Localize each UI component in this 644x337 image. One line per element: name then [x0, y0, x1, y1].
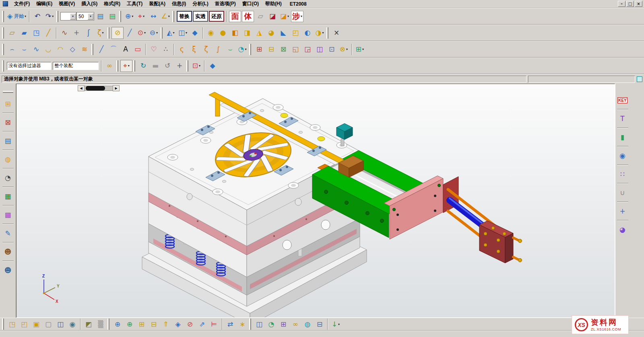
drag-component-icon[interactable]: ↺ — [161, 60, 173, 72]
point-set-icon[interactable]: ∴ — [160, 43, 172, 55]
swept-surface-icon[interactable]: ∿ — [30, 43, 42, 55]
n-sided-surface-icon[interactable]: ◠ — [54, 43, 66, 55]
interpart-link-browser-icon[interactable]: ∞ — [289, 319, 301, 329]
menu-view[interactable]: 视图(V) — [56, 0, 78, 8]
toolbar-grip[interactable] — [186, 60, 188, 72]
line-icon[interactable]: ╱ — [124, 27, 136, 39]
extrude-icon[interactable]: ◭▾ — [165, 27, 177, 39]
offset-face-icon[interactable]: ◲ — [301, 43, 314, 55]
history-palette-icon[interactable]: ◔ — [2, 172, 14, 184]
show-component-icon[interactable]: ▣ — [30, 319, 42, 329]
wave-geometry-linker-icon[interactable]: ⊞▾ — [354, 43, 366, 55]
display-degraded-icon[interactable]: ▒ — [95, 319, 107, 329]
toolbar-grip[interactable] — [2, 44, 4, 55]
section-curve-icon-dropdown-arrow[interactable]: ▾ — [245, 47, 246, 51]
rib-icon[interactable]: ◮ — [253, 27, 265, 39]
delete-face-icon-dropdown-arrow[interactable]: ▾ — [346, 47, 348, 51]
toolbar-grip[interactable] — [107, 319, 109, 330]
start-button-dropdown-arrow[interactable]: ▾ — [25, 14, 26, 18]
sketch-in-task-icon[interactable]: ▰ — [18, 27, 30, 39]
toolbar-grip[interactable] — [56, 11, 58, 22]
interference-button-dropdown-arrow[interactable]: ▾ — [301, 14, 302, 18]
boss-icon[interactable]: ● — [217, 27, 229, 39]
ellipse-icon[interactable]: ⊖▾ — [148, 27, 160, 39]
pan-track[interactable] — [85, 86, 113, 91]
part-navigator-icon[interactable]: ▤ — [2, 135, 14, 147]
snap-point-toggle-dropdown-arrow[interactable]: ▾ — [128, 64, 130, 68]
snap-view-icon-dropdown-arrow[interactable]: ▾ — [143, 14, 144, 18]
pan-thumb[interactable] — [86, 86, 105, 90]
combined-projection-icon[interactable]: ζ — [200, 43, 212, 55]
selection-scope-dropdown[interactable]: 整个装配 — [53, 62, 99, 70]
promote-component-icon[interactable]: ⇑ — [160, 319, 172, 329]
copy-feature-icon[interactable]: ▱ — [254, 10, 266, 23]
snap-view-icon[interactable]: ⌖▾ — [135, 10, 147, 23]
rectangle-select-toggle[interactable]: ⊡▾ — [190, 60, 202, 72]
visualization-palette-icon[interactable]: ▩ — [2, 209, 14, 221]
split-body-icon-dropdown-arrow[interactable]: ▾ — [322, 31, 324, 35]
toolbar-grip[interactable] — [119, 11, 121, 22]
section-view-icon[interactable]: ◩ — [83, 319, 95, 329]
view-pan-scrollbar[interactable]: ◀ ▶ — [78, 85, 120, 91]
reuse-library-icon[interactable]: ◍ — [2, 153, 14, 165]
close-button[interactable]: × — [635, 1, 642, 7]
arc-circle-icon-dropdown-arrow[interactable]: ▾ — [144, 31, 146, 35]
orient-view-icon[interactable]: ⊕▾ — [123, 10, 135, 23]
extrude-icon-dropdown-arrow[interactable]: ▾ — [173, 31, 175, 35]
wave-mode-icon[interactable]: ◍ — [301, 319, 314, 329]
snap-point-toggle[interactable]: ⌖▾ — [120, 60, 132, 72]
redo-button[interactable]: ↷▾ — [43, 10, 56, 23]
replace-component-icon[interactable]: ⇄ — [224, 319, 236, 329]
true-shading-button[interactable]: 实透 — [193, 11, 208, 22]
point-icon[interactable]: + — [70, 27, 83, 39]
toolbar-grip[interactable] — [2, 60, 4, 72]
orient-view-icon-dropdown-arrow[interactable]: ▾ — [132, 14, 133, 18]
graphics-window[interactable]: ◀ ▶ — [16, 84, 615, 318]
delete-face-icon[interactable]: ⊗▾ — [338, 43, 350, 55]
menu-preferences[interactable]: 首选项(P) — [212, 0, 239, 8]
datum-axis-icon[interactable]: ╱ — [42, 27, 54, 39]
datum-plane-icon[interactable]: ◳ — [30, 27, 42, 39]
menu-analysis[interactable]: 分析(L) — [189, 0, 211, 8]
cylinder-palette-icon[interactable]: ▮ — [617, 131, 629, 143]
toolbar-grip[interactable] — [133, 60, 135, 72]
studio-spline-icon[interactable]: ʃ — [83, 27, 95, 39]
helix-icon-dropdown-arrow[interactable]: ▾ — [102, 31, 104, 35]
sketch-curve-icon[interactable]: ⊘ — [111, 27, 124, 39]
trim-body-icon[interactable]: ◐ — [301, 27, 314, 39]
rotate-view-icon[interactable]: ↻ — [137, 60, 149, 72]
ellipse-icon-dropdown-arrow[interactable]: ▾ — [156, 31, 158, 35]
explode-assembly-icon[interactable]: ∗ — [236, 319, 248, 329]
work-layer-combo-dropdown-arrow[interactable]: ▾ — [88, 13, 93, 20]
text-tool-icon[interactable]: A — [120, 43, 132, 55]
section-curve-icon[interactable]: ◔▾ — [236, 43, 248, 55]
add-component-icon[interactable]: ⊕ — [111, 319, 124, 329]
sequence-icon[interactable]: ◔ — [265, 319, 277, 329]
toolbar-grip[interactable] — [116, 60, 118, 72]
extract-geometry-icon[interactable]: ⊞ — [253, 43, 265, 55]
pad-icon[interactable]: ◨ — [241, 27, 253, 39]
shell-icon[interactable]: ◰ — [289, 27, 301, 39]
measure-distance-icon[interactable]: ↔ — [147, 10, 159, 23]
revolve-icon[interactable]: ◫▾ — [177, 27, 189, 39]
menu-edit[interactable]: 编辑(E) — [33, 0, 56, 8]
hide-component-icon[interactable]: ▢ — [42, 319, 54, 329]
materials-palette-icon[interactable]: ✎ — [2, 227, 14, 239]
tooling-palette-icon[interactable]: ◉ — [617, 150, 629, 162]
preview-component-icon[interactable]: ◉ — [66, 319, 78, 329]
spreadsheet-icon[interactable]: ▦ — [2, 190, 14, 202]
system-palette-icon[interactable]: ☻ — [2, 264, 14, 276]
replace-button[interactable]: 替换 — [177, 11, 192, 22]
suppress-component-icon[interactable]: ⊘ — [184, 319, 196, 329]
assembly-constraints-icon[interactable]: ⊨ — [208, 319, 220, 329]
undo-button[interactable]: ↶ — [31, 10, 43, 23]
toolbar-grip[interactable] — [107, 27, 109, 39]
mirror-assembly-icon[interactable]: ◈ — [172, 319, 184, 329]
menu-window[interactable]: 窗口(O) — [239, 0, 262, 8]
wrap-curve-icon[interactable]: ∫ — [212, 43, 224, 55]
move-face-icon[interactable]: ◱ — [289, 43, 301, 55]
layer-visibility-icon[interactable]: ▤ — [106, 10, 118, 23]
key-palette-button[interactable]: KEY — [617, 94, 629, 106]
bridge-curve-icon[interactable]: ⌣ — [224, 43, 236, 55]
reference-sets-icon[interactable]: ⊟ — [314, 319, 326, 329]
